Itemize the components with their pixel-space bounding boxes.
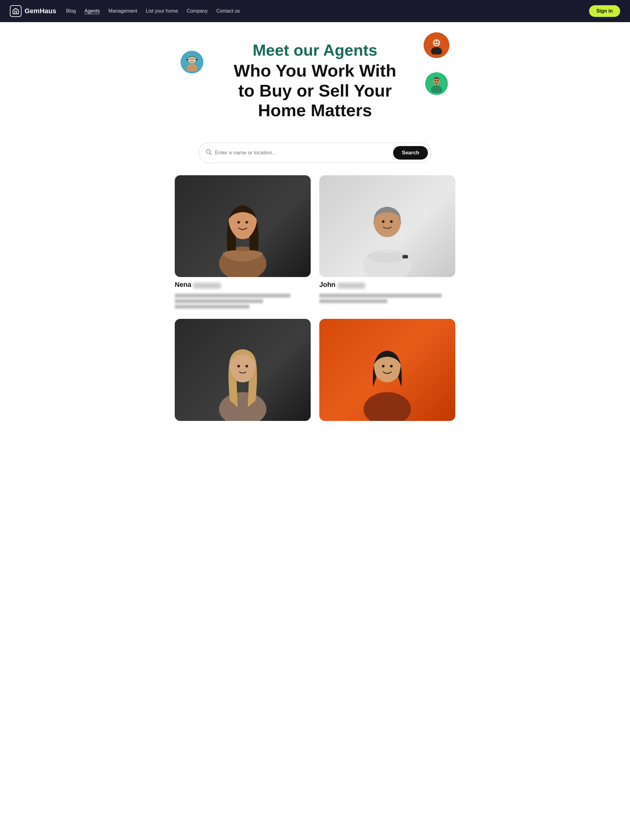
agents-grid: Nena [175, 175, 455, 421]
agent-name-john: John [319, 281, 455, 289]
nav-blog[interactable]: Blog [66, 8, 76, 14]
svg-point-18 [237, 221, 240, 224]
nav-contact[interactable]: Contact us [216, 8, 240, 14]
hero-title-colored: Meet our Agents [187, 41, 443, 60]
nav-company[interactable]: Company [187, 8, 207, 14]
svg-point-28 [245, 365, 248, 368]
avatar-float-right-bottom [424, 71, 449, 96]
nav-list-home[interactable]: List your home [146, 8, 178, 14]
svg-point-1 [187, 64, 198, 71]
svg-point-2 [190, 58, 192, 60]
agent-photo-4 [319, 319, 455, 421]
svg-line-15 [210, 153, 211, 155]
svg-point-31 [382, 365, 385, 368]
svg-point-27 [237, 365, 240, 368]
search-icon [205, 148, 212, 157]
search-bar: Search [199, 143, 431, 163]
svg-point-3 [193, 58, 194, 60]
svg-rect-24 [403, 255, 408, 259]
search-button[interactable]: Search [393, 146, 428, 159]
svg-point-29 [364, 392, 411, 421]
navbar: GemHaus Blog Agents Management List your… [0, 0, 630, 22]
search-section: Search [189, 143, 441, 163]
logo[interactable]: GemHaus [10, 5, 56, 17]
svg-point-6 [433, 39, 440, 46]
agent-name-nena: Nena [175, 281, 311, 289]
agent-card-john: John [319, 175, 455, 311]
svg-point-32 [390, 365, 393, 368]
svg-point-8 [435, 41, 436, 43]
agent-name-blur [193, 283, 221, 289]
agent-card-nena: Nena [175, 175, 311, 311]
agent-photo-john [319, 175, 455, 277]
svg-point-22 [382, 220, 385, 223]
agent-desc-nena [175, 294, 311, 310]
agent-desc-john [319, 294, 455, 305]
svg-point-12 [435, 80, 436, 81]
agent-card-4 [319, 319, 455, 421]
nav-links: Blog Agents Management List your home Co… [66, 8, 579, 14]
logo-icon [10, 5, 22, 17]
svg-point-11 [431, 85, 442, 93]
agent-name-blur-john [337, 283, 365, 289]
avatar-float-left [180, 50, 204, 74]
svg-point-23 [390, 220, 393, 223]
signin-button[interactable]: Sign in [589, 5, 620, 17]
agents-section: Nena [167, 175, 463, 439]
svg-point-25 [219, 392, 266, 421]
svg-point-19 [245, 221, 248, 224]
nav-management[interactable]: Management [109, 8, 137, 14]
logo-text: GemHaus [25, 7, 56, 15]
nav-agents[interactable]: Agents [85, 8, 100, 14]
hero-section: Meet our Agents Who You Work Withto Buy … [177, 22, 453, 133]
avatar-float-right-top [423, 32, 450, 59]
search-input[interactable] [215, 150, 390, 156]
agent-card-3 [175, 319, 311, 421]
agent-photo-3 [175, 319, 311, 421]
hero-title-black: Who You Work Withto Buy or Sell YourHome… [187, 61, 443, 120]
agent-photo-nena [175, 175, 311, 277]
svg-point-9 [437, 41, 438, 43]
svg-rect-5 [196, 59, 198, 60]
svg-rect-4 [187, 59, 188, 60]
svg-point-7 [431, 47, 442, 54]
svg-point-13 [437, 80, 438, 81]
